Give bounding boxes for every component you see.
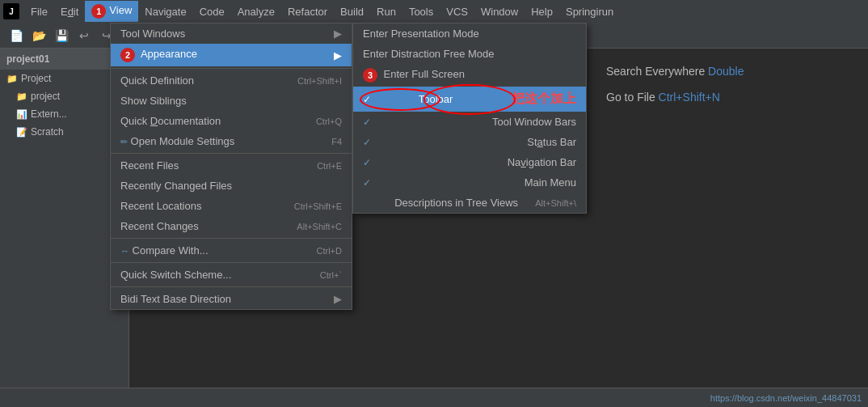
menu-recently-changed-files[interactable]: Recently Changed Files [111, 176, 352, 196]
badge-1: 1 [91, 4, 106, 19]
badge-3: 3 [363, 68, 377, 83]
menu-springirun[interactable]: Springirun [559, 2, 620, 21]
goto-hint: Go to File Ctrl+Shift+N [606, 91, 852, 104]
sidebar-external-label: Extern... [31, 108, 67, 120]
search-key: Double [708, 65, 744, 78]
menu-vcs[interactable]: VCS [440, 2, 474, 21]
right-panel: Search Everywhere Double Go to File Ctrl… [590, 49, 868, 388]
check-icon: ✓ [363, 94, 371, 105]
menu-edit[interactable]: Edit [54, 2, 85, 21]
folder-icon: 📁 [6, 74, 18, 84]
toolbar-new-btn[interactable]: 📄 [6, 26, 26, 45]
submenu-toolbar[interactable]: ✓ Toolbar 把这个加上 [353, 87, 586, 112]
chinese-note: 把这个加上 [512, 91, 576, 108]
menu-compare-with[interactable]: ↔ Compare With... Ctrl+D [111, 240, 352, 261]
submenu-presentation-mode[interactable]: Enter Presentation Mode [353, 23, 586, 44]
menu-edit-label: d [68, 6, 74, 18]
submenu-navigation-bar[interactable]: ✓ Navigation Bar [353, 152, 586, 172]
menu-bar: J File Edit 1View Navigate Code Analyze … [0, 0, 868, 23]
submenu-tool-window-bars[interactable]: ✓ Tool Window Bars [353, 112, 586, 132]
search-hint: Search Everywhere Double [606, 65, 852, 78]
status-url[interactable]: https://blog.csdn.net/weixin_44847031 [710, 393, 862, 403]
folder2-icon: 📁 [16, 91, 27, 102]
status-bar: https://blog.csdn.net/weixin_44847031 [0, 388, 868, 407]
check-icon-4: ✓ [363, 157, 371, 168]
menu-code[interactable]: Code [193, 2, 231, 21]
submenu-status-bar[interactable]: ✓ Status Bar [353, 132, 586, 152]
menu-quick-switch-scheme[interactable]: Quick Switch Scheme... Ctrl+` [111, 265, 352, 285]
sidebar-project-label: Project [21, 73, 51, 84]
menu-recent-files[interactable]: Recent Files Ctrl+E [111, 155, 352, 176]
menu-help[interactable]: Help [525, 2, 559, 21]
submenu-descriptions-tree[interactable]: Descriptions in Tree Views Alt+Shift+\ [353, 193, 586, 213]
menu-recent-changes[interactable]: Recent Changes Alt+Shift+C [111, 216, 352, 236]
app-logo: J [3, 3, 19, 19]
menu-navigate[interactable]: Navigate [138, 2, 192, 21]
separator-4 [111, 262, 352, 263]
sidebar-projectfolder-label: project [31, 91, 60, 102]
menu-recent-locations[interactable]: Recent Locations Ctrl+Shift+E [111, 196, 352, 216]
toolbar-undo-btn[interactable]: ↩ [74, 26, 94, 45]
submenu-full-screen[interactable]: 3 Enter Full Screen [353, 64, 586, 87]
scratch-icon: 📝 [16, 127, 27, 138]
menu-open-module-settings[interactable]: ✏ Open Module Settings F4 [111, 131, 352, 151]
appearance-submenu: Enter Presentation Mode Enter Distractio… [352, 23, 587, 214]
submenu-distraction-free[interactable]: Enter Distraction Free Mode [353, 44, 586, 64]
menu-tools[interactable]: Tools [402, 2, 440, 21]
arrow-icon: ▶ [334, 28, 342, 40]
check-icon-3: ✓ [363, 137, 371, 148]
menu-show-siblings[interactable]: Show Siblings [111, 91, 352, 111]
view-menu-dropdown: Tool Windows ▶ 2 Appearance ▶ Quick Defi… [110, 23, 352, 310]
sidebar-scratch-label: Scratch [31, 126, 64, 138]
menu-view[interactable]: 1View [85, 1, 138, 22]
separator-5 [111, 286, 352, 287]
menu-appearance[interactable]: 2 Appearance ▶ [111, 44, 352, 66]
separator-3 [111, 238, 352, 239]
check-icon-2: ✓ [363, 117, 371, 128]
menu-build[interactable]: Build [334, 2, 370, 21]
toolbar-open-btn[interactable]: 📂 [29, 26, 48, 45]
submenu-main-menu[interactable]: ✓ Main Menu [353, 172, 586, 193]
menu-quick-documentation[interactable]: Quick Documentation Ctrl+Q [111, 111, 352, 131]
libs-icon: 📊 [16, 109, 27, 120]
menu-refactor[interactable]: Refactor [281, 2, 334, 21]
toolbar-save-btn[interactable]: 💾 [52, 26, 71, 45]
menu-file[interactable]: File [24, 2, 54, 21]
bidi-arrow-icon: ▶ [334, 293, 342, 305]
menu-tool-windows[interactable]: Tool Windows ▶ [111, 23, 352, 44]
menu-quick-definition[interactable]: Quick Definition Ctrl+Shift+I [111, 70, 352, 91]
appearance-arrow-icon: ▶ [334, 49, 342, 61]
menu-analyze[interactable]: Analyze [231, 2, 281, 21]
separator-1 [111, 68, 352, 69]
badge-2: 2 [120, 48, 135, 62]
separator-2 [111, 153, 352, 154]
menu-run[interactable]: Run [370, 2, 402, 21]
menu-window[interactable]: Window [474, 2, 525, 21]
menu-bidi-text[interactable]: Bidi Text Base Direction ▶ [111, 289, 352, 309]
goto-key: Ctrl+Shift+N [659, 91, 720, 104]
check-icon-5: ✓ [363, 177, 371, 189]
